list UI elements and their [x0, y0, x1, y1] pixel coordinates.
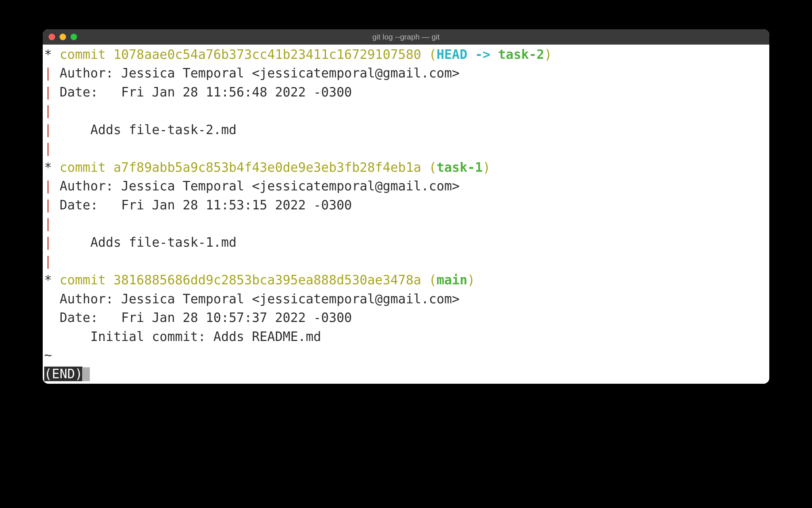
message-line: Initial commit: Adds README.md	[44, 327, 768, 346]
ref-paren-close: )	[483, 160, 490, 175]
pager-end: (END)	[44, 367, 83, 381]
cursor-icon	[82, 367, 89, 382]
terminal-output[interactable]: * commit 1078aae0c54a76b373cc41b23411c16…	[43, 45, 769, 384]
date-line: Date: Fri Jan 28 10:57:37 2022 -0300	[44, 308, 768, 327]
date-text: Date: Fri Jan 28 11:53:15 2022 -0300	[60, 198, 352, 212]
date-text: Date: Fri Jan 28 11:56:48 2022 -0300	[60, 85, 352, 99]
graph-pipe: |	[44, 103, 52, 118]
blank-line: |	[44, 139, 768, 158]
close-icon[interactable]	[49, 34, 55, 40]
ref-paren-close: )	[544, 47, 552, 62]
graph-pipe: |	[44, 179, 60, 193]
graph-star: *	[44, 273, 60, 287]
branch-ref: task-2	[498, 47, 544, 62]
ref-paren-open: (	[429, 273, 437, 287]
maximize-icon[interactable]	[70, 34, 77, 40]
ref-paren-open: (	[429, 47, 437, 62]
graph-pipe: |	[44, 216, 52, 231]
window-title: git log --graph — git	[372, 33, 440, 41]
titlebar[interactable]: git log --graph — git	[43, 29, 769, 45]
blank-line: |	[44, 102, 768, 120]
terminal-window: git log --graph — git * commit 1078aae0c…	[43, 29, 769, 384]
graph-indent	[44, 310, 60, 325]
commit-hash: commit 1078aae0c54a76b373cc41b23411c1672…	[60, 47, 429, 62]
commit-line: * commit 1078aae0c54a76b373cc41b23411c16…	[44, 45, 768, 64]
author-line: Author: Jessica Temporal <jessicatempora…	[44, 290, 768, 308]
pager-tilde: ~	[44, 346, 768, 365]
minimize-icon[interactable]	[60, 34, 66, 40]
graph-pipe: |	[44, 235, 60, 250]
author-text: Author: Jessica Temporal <jessicatempora…	[60, 66, 460, 80]
branch-ref: main	[437, 273, 467, 287]
traffic-lights	[49, 34, 77, 40]
blank-line: |	[44, 215, 768, 233]
graph-pipe: |	[44, 141, 52, 156]
head-ref: HEAD ->	[437, 47, 498, 62]
date-line: | Date: Fri Jan 28 11:56:48 2022 -0300	[44, 83, 768, 102]
graph-pipe: |	[44, 122, 60, 137]
graph-pipe: |	[44, 254, 52, 269]
ref-paren-close: )	[467, 273, 475, 287]
commit-message: Initial commit: Adds README.md	[44, 329, 321, 344]
author-text: Author: Jessica Temporal <jessicatempora…	[60, 179, 460, 193]
commit-message: Adds file-task-1.md	[60, 235, 237, 250]
date-line: | Date: Fri Jan 28 11:53:15 2022 -0300	[44, 196, 768, 215]
commit-hash: commit 3816885686dd9c2853bca395ea888d530…	[60, 273, 429, 287]
pager-end-line: (END)	[44, 365, 768, 383]
graph-pipe: |	[44, 66, 60, 80]
commit-line: * commit a7f89abb5a9c853b4f43e0de9e3eb3f…	[44, 158, 768, 177]
author-text: Author: Jessica Temporal <jessicatempora…	[60, 292, 460, 306]
blank-line: |	[44, 252, 768, 271]
author-line: | Author: Jessica Temporal <jessicatempo…	[44, 64, 768, 83]
graph-star: *	[44, 160, 60, 175]
ref-paren-open: (	[429, 160, 437, 175]
graph-indent	[44, 292, 60, 306]
date-text: Date: Fri Jan 28 10:57:37 2022 -0300	[60, 310, 352, 325]
message-line: | Adds file-task-2.md	[44, 121, 768, 139]
author-line: | Author: Jessica Temporal <jessicatempo…	[44, 177, 768, 196]
message-line: | Adds file-task-1.md	[44, 233, 768, 252]
graph-pipe: |	[44, 85, 60, 99]
commit-message: Adds file-task-2.md	[60, 122, 237, 137]
graph-pipe: |	[44, 198, 60, 212]
graph-star: *	[44, 47, 60, 62]
commit-line: * commit 3816885686dd9c2853bca395ea888d5…	[44, 271, 768, 289]
commit-hash: commit a7f89abb5a9c853b4f43e0de9e3eb3fb2…	[60, 160, 429, 175]
branch-ref: task-1	[437, 160, 483, 175]
